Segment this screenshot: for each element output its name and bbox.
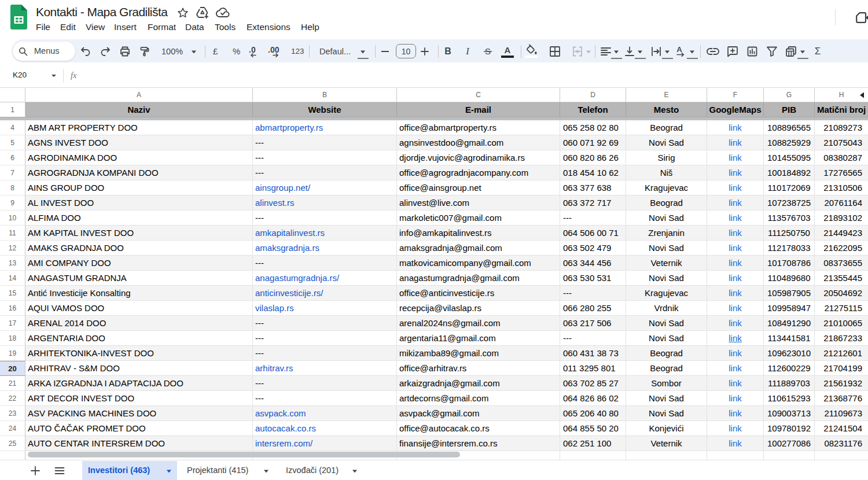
svg-text:A: A: [676, 45, 682, 54]
